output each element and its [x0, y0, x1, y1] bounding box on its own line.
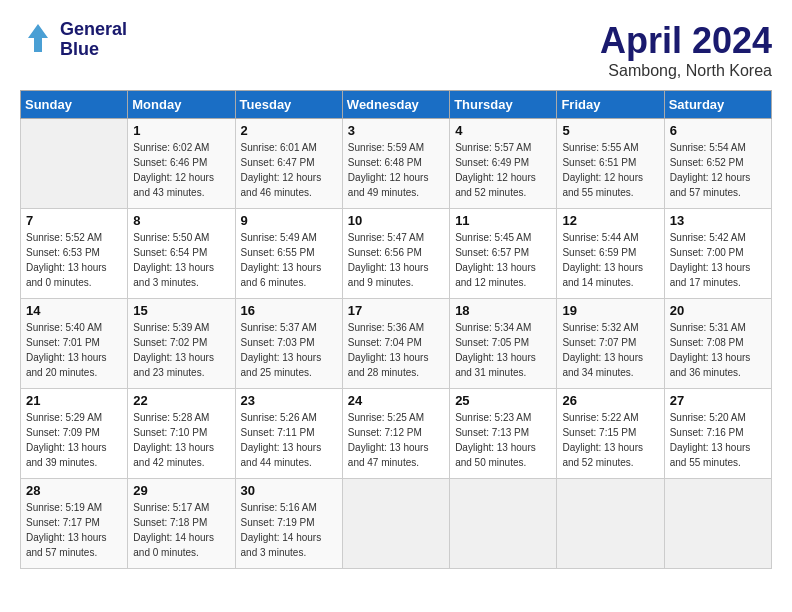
calendar-cell: 19Sunrise: 5:32 AM Sunset: 7:07 PM Dayli… — [557, 299, 664, 389]
day-info: Sunrise: 5:32 AM Sunset: 7:07 PM Dayligh… — [562, 320, 658, 380]
day-number: 17 — [348, 303, 444, 318]
calendar-cell: 14Sunrise: 5:40 AM Sunset: 7:01 PM Dayli… — [21, 299, 128, 389]
day-number: 7 — [26, 213, 122, 228]
day-info: Sunrise: 6:01 AM Sunset: 6:47 PM Dayligh… — [241, 140, 337, 200]
logo: General Blue — [20, 20, 127, 60]
calendar-cell: 2Sunrise: 6:01 AM Sunset: 6:47 PM Daylig… — [235, 119, 342, 209]
day-info: Sunrise: 5:26 AM Sunset: 7:11 PM Dayligh… — [241, 410, 337, 470]
calendar-cell: 6Sunrise: 5:54 AM Sunset: 6:52 PM Daylig… — [664, 119, 771, 209]
weekday-header: Sunday — [21, 91, 128, 119]
calendar-cell: 4Sunrise: 5:57 AM Sunset: 6:49 PM Daylig… — [450, 119, 557, 209]
day-info: Sunrise: 5:20 AM Sunset: 7:16 PM Dayligh… — [670, 410, 766, 470]
day-info: Sunrise: 5:57 AM Sunset: 6:49 PM Dayligh… — [455, 140, 551, 200]
calendar-table: SundayMondayTuesdayWednesdayThursdayFrid… — [20, 90, 772, 569]
day-number: 8 — [133, 213, 229, 228]
calendar-cell: 9Sunrise: 5:49 AM Sunset: 6:55 PM Daylig… — [235, 209, 342, 299]
calendar-cell: 8Sunrise: 5:50 AM Sunset: 6:54 PM Daylig… — [128, 209, 235, 299]
day-number: 11 — [455, 213, 551, 228]
day-number: 29 — [133, 483, 229, 498]
calendar-cell: 22Sunrise: 5:28 AM Sunset: 7:10 PM Dayli… — [128, 389, 235, 479]
location-title: Sambong, North Korea — [600, 62, 772, 80]
day-number: 10 — [348, 213, 444, 228]
calendar-cell — [450, 479, 557, 569]
day-info: Sunrise: 5:22 AM Sunset: 7:15 PM Dayligh… — [562, 410, 658, 470]
calendar-cell: 23Sunrise: 5:26 AM Sunset: 7:11 PM Dayli… — [235, 389, 342, 479]
day-info: Sunrise: 5:39 AM Sunset: 7:02 PM Dayligh… — [133, 320, 229, 380]
calendar-cell: 1Sunrise: 6:02 AM Sunset: 6:46 PM Daylig… — [128, 119, 235, 209]
calendar-header-row: SundayMondayTuesdayWednesdayThursdayFrid… — [21, 91, 772, 119]
calendar-cell: 13Sunrise: 5:42 AM Sunset: 7:00 PM Dayli… — [664, 209, 771, 299]
calendar-cell: 11Sunrise: 5:45 AM Sunset: 6:57 PM Dayli… — [450, 209, 557, 299]
day-info: Sunrise: 5:52 AM Sunset: 6:53 PM Dayligh… — [26, 230, 122, 290]
calendar-week-row: 7Sunrise: 5:52 AM Sunset: 6:53 PM Daylig… — [21, 209, 772, 299]
day-info: Sunrise: 5:49 AM Sunset: 6:55 PM Dayligh… — [241, 230, 337, 290]
calendar-cell: 29Sunrise: 5:17 AM Sunset: 7:18 PM Dayli… — [128, 479, 235, 569]
calendar-cell: 21Sunrise: 5:29 AM Sunset: 7:09 PM Dayli… — [21, 389, 128, 479]
day-info: Sunrise: 5:44 AM Sunset: 6:59 PM Dayligh… — [562, 230, 658, 290]
calendar-cell — [557, 479, 664, 569]
calendar-cell: 20Sunrise: 5:31 AM Sunset: 7:08 PM Dayli… — [664, 299, 771, 389]
logo-text: General Blue — [60, 20, 127, 60]
weekday-header: Friday — [557, 91, 664, 119]
calendar-cell: 28Sunrise: 5:19 AM Sunset: 7:17 PM Dayli… — [21, 479, 128, 569]
day-info: Sunrise: 5:50 AM Sunset: 6:54 PM Dayligh… — [133, 230, 229, 290]
calendar-cell: 27Sunrise: 5:20 AM Sunset: 7:16 PM Dayli… — [664, 389, 771, 479]
day-number: 30 — [241, 483, 337, 498]
calendar-cell: 16Sunrise: 5:37 AM Sunset: 7:03 PM Dayli… — [235, 299, 342, 389]
calendar-cell: 17Sunrise: 5:36 AM Sunset: 7:04 PM Dayli… — [342, 299, 449, 389]
day-info: Sunrise: 5:36 AM Sunset: 7:04 PM Dayligh… — [348, 320, 444, 380]
logo-icon — [20, 20, 56, 56]
weekday-header: Thursday — [450, 91, 557, 119]
calendar-cell: 12Sunrise: 5:44 AM Sunset: 6:59 PM Dayli… — [557, 209, 664, 299]
month-title: April 2024 — [600, 20, 772, 62]
day-number: 18 — [455, 303, 551, 318]
day-number: 1 — [133, 123, 229, 138]
day-info: Sunrise: 5:19 AM Sunset: 7:17 PM Dayligh… — [26, 500, 122, 560]
day-info: Sunrise: 5:31 AM Sunset: 7:08 PM Dayligh… — [670, 320, 766, 380]
day-number: 27 — [670, 393, 766, 408]
calendar-cell: 10Sunrise: 5:47 AM Sunset: 6:56 PM Dayli… — [342, 209, 449, 299]
day-info: Sunrise: 5:55 AM Sunset: 6:51 PM Dayligh… — [562, 140, 658, 200]
day-number: 28 — [26, 483, 122, 498]
calendar-week-row: 1Sunrise: 6:02 AM Sunset: 6:46 PM Daylig… — [21, 119, 772, 209]
day-info: Sunrise: 5:34 AM Sunset: 7:05 PM Dayligh… — [455, 320, 551, 380]
calendar-week-row: 21Sunrise: 5:29 AM Sunset: 7:09 PM Dayli… — [21, 389, 772, 479]
day-number: 26 — [562, 393, 658, 408]
day-number: 5 — [562, 123, 658, 138]
day-number: 25 — [455, 393, 551, 408]
calendar-cell — [21, 119, 128, 209]
calendar-cell: 7Sunrise: 5:52 AM Sunset: 6:53 PM Daylig… — [21, 209, 128, 299]
day-number: 16 — [241, 303, 337, 318]
calendar-cell: 24Sunrise: 5:25 AM Sunset: 7:12 PM Dayli… — [342, 389, 449, 479]
day-info: Sunrise: 6:02 AM Sunset: 6:46 PM Dayligh… — [133, 140, 229, 200]
calendar-cell — [342, 479, 449, 569]
day-number: 21 — [26, 393, 122, 408]
calendar-cell: 25Sunrise: 5:23 AM Sunset: 7:13 PM Dayli… — [450, 389, 557, 479]
day-number: 15 — [133, 303, 229, 318]
calendar-cell — [664, 479, 771, 569]
day-number: 20 — [670, 303, 766, 318]
day-info: Sunrise: 5:59 AM Sunset: 6:48 PM Dayligh… — [348, 140, 444, 200]
weekday-header: Saturday — [664, 91, 771, 119]
day-number: 2 — [241, 123, 337, 138]
day-number: 9 — [241, 213, 337, 228]
day-info: Sunrise: 5:29 AM Sunset: 7:09 PM Dayligh… — [26, 410, 122, 470]
day-info: Sunrise: 5:23 AM Sunset: 7:13 PM Dayligh… — [455, 410, 551, 470]
day-info: Sunrise: 5:45 AM Sunset: 6:57 PM Dayligh… — [455, 230, 551, 290]
day-info: Sunrise: 5:42 AM Sunset: 7:00 PM Dayligh… — [670, 230, 766, 290]
calendar-cell: 26Sunrise: 5:22 AM Sunset: 7:15 PM Dayli… — [557, 389, 664, 479]
day-info: Sunrise: 5:54 AM Sunset: 6:52 PM Dayligh… — [670, 140, 766, 200]
day-info: Sunrise: 5:47 AM Sunset: 6:56 PM Dayligh… — [348, 230, 444, 290]
calendar-cell: 18Sunrise: 5:34 AM Sunset: 7:05 PM Dayli… — [450, 299, 557, 389]
svg-marker-0 — [28, 24, 48, 52]
day-number: 24 — [348, 393, 444, 408]
day-number: 14 — [26, 303, 122, 318]
day-info: Sunrise: 5:40 AM Sunset: 7:01 PM Dayligh… — [26, 320, 122, 380]
day-info: Sunrise: 5:37 AM Sunset: 7:03 PM Dayligh… — [241, 320, 337, 380]
calendar-week-row: 28Sunrise: 5:19 AM Sunset: 7:17 PM Dayli… — [21, 479, 772, 569]
day-number: 13 — [670, 213, 766, 228]
day-info: Sunrise: 5:16 AM Sunset: 7:19 PM Dayligh… — [241, 500, 337, 560]
day-info: Sunrise: 5:25 AM Sunset: 7:12 PM Dayligh… — [348, 410, 444, 470]
day-number: 3 — [348, 123, 444, 138]
page-header: General Blue April 2024 Sambong, North K… — [20, 20, 772, 80]
